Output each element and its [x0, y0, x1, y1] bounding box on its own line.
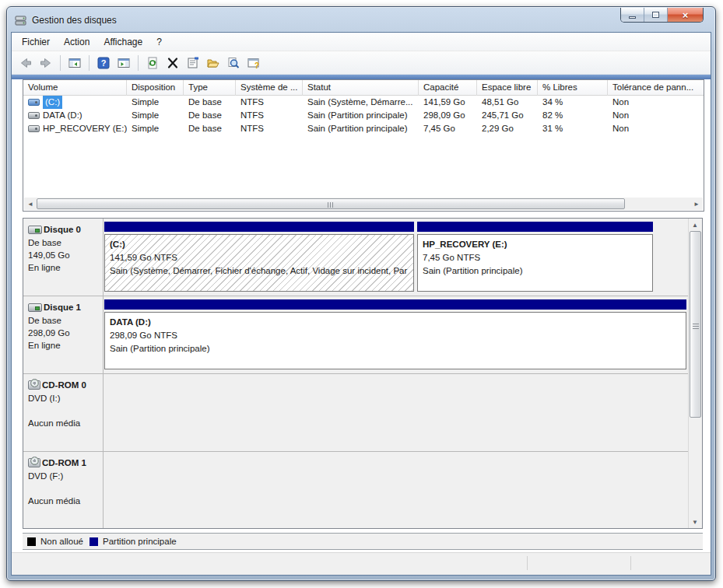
partition-status: Sain (Partition principale): [110, 342, 686, 355]
minimize-button[interactable]: [621, 8, 644, 22]
disk-row-0: Disque 0 De base 149,05 Go En ligne (C:)…: [23, 219, 702, 296]
cdrom-drive: DVD (F:): [28, 470, 101, 482]
cell-espace-libre: 245,71 Go: [477, 109, 538, 122]
delete-button[interactable]: [163, 54, 182, 72]
cell-statut: Sain (Partition principale): [303, 109, 419, 122]
cdrom1-label-box[interactable]: CD-ROM 1 DVD (F:) Aucun média: [23, 452, 104, 529]
column-header-disposition[interactable]: Disposition: [127, 80, 184, 96]
menu-aide[interactable]: ?: [149, 33, 169, 51]
partition-box-selected[interactable]: (C:) 141,59 Go NTFS Sain (Système, Démar…: [104, 234, 414, 292]
table-row[interactable]: (C:) Simple De base NTFS Sain (Système, …: [23, 96, 704, 109]
vertical-scrollbar[interactable]: ▲ ▼: [688, 219, 702, 528]
partition-size: 141,59 Go NTFS: [110, 251, 413, 264]
properties-button[interactable]: [184, 54, 202, 72]
cell-capacite: 298,09 Go: [419, 109, 477, 122]
legend-item-primary-partition: Partition principale: [89, 537, 177, 546]
refresh-button[interactable]: [143, 54, 162, 72]
menu-affichage[interactable]: Affichage: [97, 33, 149, 51]
partition-box[interactable]: HP_RECOVERY (E:) 7,45 Go NTFS Sain (Part…: [417, 234, 653, 292]
scroll-right-arrow-icon[interactable]: ►: [690, 198, 703, 210]
toolbar-separator: [60, 55, 61, 71]
volume-icon: [28, 99, 40, 106]
cell-type: De base: [184, 109, 236, 122]
column-header-capacite[interactable]: Capacité: [419, 80, 477, 96]
partition-size: 298,09 Go NTFS: [110, 329, 686, 342]
disk-name: Disque 0: [44, 225, 81, 234]
column-header-systeme[interactable]: Système de ...: [236, 80, 303, 96]
partition-label: DATA (D:): [110, 316, 686, 329]
partition-data[interactable]: DATA (D:) 298,09 Go NTFS Sain (Partition…: [104, 299, 686, 369]
partition-box[interactable]: DATA (D:) 298,09 Go NTFS Sain (Partition…: [104, 312, 686, 369]
disk1-label-box[interactable]: Disque 1 De base 298,09 Go En ligne: [23, 296, 104, 373]
forward-button[interactable]: [37, 54, 55, 72]
disk1-graph: DATA (D:) 298,09 Go NTFS Sain (Partition…: [104, 296, 690, 373]
legend-bar: Non alloué Partition principale: [23, 533, 703, 550]
refresh-icon: [146, 56, 160, 70]
legend-label: Partition principale: [103, 537, 177, 546]
show-console-tree-button[interactable]: [65, 54, 84, 72]
show-action-pane-button[interactable]: [114, 54, 133, 72]
table-row[interactable]: HP_RECOVERY (E:) Simple De base NTFS Sai…: [23, 122, 704, 135]
window-title: Gestion des disques: [32, 15, 117, 26]
column-header-volume[interactable]: Volume: [23, 80, 127, 96]
column-header-tolerance[interactable]: Tolérance de pann...: [608, 80, 704, 96]
volume-icon: [28, 125, 40, 132]
volume-icon: [28, 112, 40, 119]
status-separator: [527, 556, 528, 570]
partition-c[interactable]: (C:) 141,59 Go NTFS Sain (Système, Démar…: [104, 222, 414, 292]
maximize-button[interactable]: [644, 8, 668, 22]
partition-size: 7,45 Go NTFS: [423, 251, 652, 264]
cell-statut: Sain (Partition principale): [303, 122, 419, 135]
partition-hp-recovery[interactable]: HP_RECOVERY (E:) 7,45 Go NTFS Sain (Part…: [417, 222, 653, 292]
view-button[interactable]: [224, 54, 243, 72]
help-topics-button[interactable]: ?: [244, 54, 263, 72]
table-row[interactable]: DATA (D:) Simple De base NTFS Sain (Part…: [23, 109, 704, 122]
horizontal-scrollbar[interactable]: ◄ ►: [24, 198, 703, 210]
help-topics-icon: ?: [247, 56, 261, 70]
cell-type: De base: [184, 122, 236, 135]
status-bar: [12, 552, 711, 575]
scroll-up-arrow-icon[interactable]: ▲: [689, 219, 701, 231]
open-button[interactable]: [204, 54, 223, 72]
menu-bar: Fichier Action Affichage ?: [12, 33, 711, 51]
volume-name: DATA (D:): [43, 109, 82, 122]
column-header-statut[interactable]: Statut: [303, 80, 419, 96]
back-button[interactable]: [16, 54, 35, 72]
scroll-down-arrow-icon[interactable]: ▼: [689, 516, 701, 528]
disk0-label-box[interactable]: Disque 0 De base 149,05 Go En ligne: [23, 219, 104, 296]
partition-label: (C:): [110, 238, 413, 251]
window-controls: ×: [620, 8, 704, 23]
v-scrollbar-thumb[interactable]: [690, 231, 701, 418]
menu-fichier[interactable]: Fichier: [15, 33, 57, 51]
column-header-espace-libre[interactable]: Espace libre: [477, 80, 538, 96]
scroll-left-arrow-icon[interactable]: ◄: [24, 198, 37, 210]
cdrom-icon: [28, 458, 40, 467]
close-icon: ×: [683, 10, 689, 20]
cdrom-media: Aucun média: [28, 417, 101, 429]
menu-action[interactable]: Action: [57, 33, 97, 51]
volume-name: HP_RECOVERY (E:): [43, 122, 127, 135]
partition-status: Sain (Partition principale): [423, 264, 652, 278]
column-header-type[interactable]: Type: [184, 80, 236, 96]
h-scrollbar-track[interactable]: [625, 198, 690, 210]
cell-disposition: Simple: [127, 109, 184, 122]
v-scrollbar-track[interactable]: [689, 418, 702, 516]
cell-statut: Sain (Système, Démarre...: [303, 96, 419, 109]
svg-text:?: ?: [101, 58, 107, 68]
cdrom0-label-box[interactable]: CD-ROM 0 DVD (I:) Aucun média: [23, 374, 104, 451]
column-header-pct-libres[interactable]: % Libres: [538, 80, 608, 96]
help-button[interactable]: ?: [94, 54, 113, 72]
maximize-icon: [652, 12, 659, 18]
disk-icon: [28, 303, 42, 312]
h-scrollbar-thumb[interactable]: [37, 198, 625, 209]
toolbar-separator: [89, 55, 89, 71]
show-action-pane-icon: [117, 56, 131, 70]
close-button[interactable]: ×: [668, 8, 703, 22]
cell-type: De base: [184, 96, 236, 109]
forward-icon: [39, 56, 53, 70]
magnifier-icon: [226, 56, 240, 70]
cell-capacite: 141,59 Go: [419, 96, 477, 109]
disk-type: De base: [28, 314, 101, 327]
disk-name: Disque 1: [44, 303, 81, 312]
cell-espace-libre: 48,51 Go: [477, 96, 538, 109]
